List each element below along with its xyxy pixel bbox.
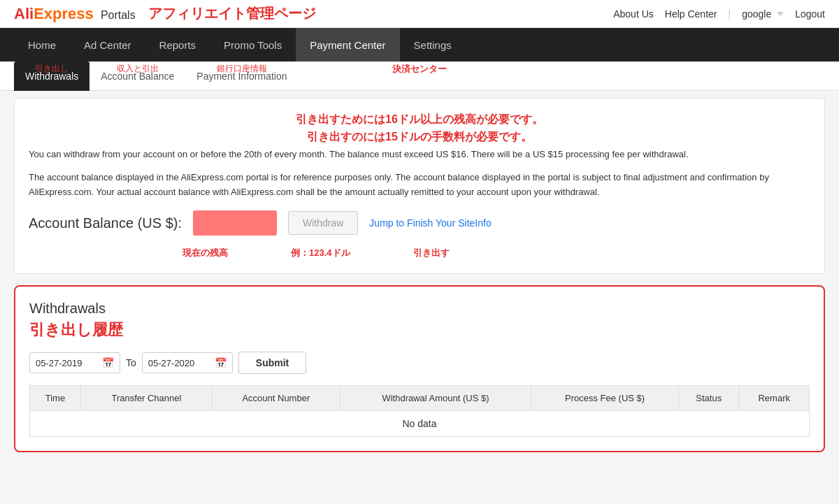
nav-separator: | xyxy=(728,8,731,20)
help-center-link[interactable]: Help Center xyxy=(665,8,717,20)
logo-area: AliExpress Portals アフィリエイト管理ページ xyxy=(14,4,316,23)
col-withdrawal-amount: Withdrawal Amount (US $) xyxy=(340,386,531,411)
tab-withdrawals-jp: 引き出し xyxy=(35,63,69,75)
nav-payment-center[interactable]: Payment Center xyxy=(296,28,399,62)
chevron-down-icon xyxy=(777,12,784,16)
balance-annotation-row: 現在の残高 例：123.4ドル 引き出す xyxy=(29,247,810,259)
nav-ad-center[interactable]: Ad Center xyxy=(70,28,145,62)
to-date-input[interactable]: 05-27-2020 📅 xyxy=(142,352,233,373)
to-label: To xyxy=(126,357,136,368)
col-remark: Remark xyxy=(739,386,810,411)
withdrawals-table: Time Transfer Channel Account Number Wit… xyxy=(29,385,810,437)
portals-text: Portals xyxy=(101,9,136,21)
top-header: AliExpress Portals アフィリエイト管理ページ About Us… xyxy=(0,0,839,28)
balance-label: Account Balance (US $): xyxy=(29,215,182,231)
logo-ali-express: AliExpress Portals xyxy=(14,5,136,23)
main-content: 引き出すためには16ドル以上の残高が必要です。 引き出すのには15ドルの手数料が… xyxy=(14,98,825,274)
jp-title: アフィリエイト管理ページ xyxy=(148,4,316,23)
about-us-link[interactable]: About Us xyxy=(613,8,654,20)
top-nav-right: About Us Help Center | google Logout xyxy=(613,8,825,20)
jump-link[interactable]: Jump to Finish Your SiteInfo xyxy=(369,217,491,229)
date-filter: 05-27-2019 📅 To 05-27-2020 📅 Submit xyxy=(29,352,810,374)
tab-payment-info-jp: 銀行口座情報 xyxy=(217,63,267,75)
col-status: Status xyxy=(678,386,739,411)
action-annotation: 引き出す xyxy=(413,247,450,259)
table-empty-row: No data xyxy=(30,411,810,437)
nav-home[interactable]: Home xyxy=(14,28,70,62)
tab-payment-information[interactable]: 銀行口座情報 Payment Information xyxy=(185,62,298,91)
info-text-1: You can withdraw from your account on or… xyxy=(29,147,810,162)
from-date-text: 05-27-2019 xyxy=(36,358,83,368)
google-label: google xyxy=(742,8,771,20)
nav-promo-tools[interactable]: Promo Tools xyxy=(210,28,296,62)
nav-settings[interactable]: Settings xyxy=(400,28,466,62)
sub-nav: 決済センター 引き出し Withdrawals 収入と引出 Account Ba… xyxy=(0,62,839,91)
from-calendar-icon[interactable]: 📅 xyxy=(102,357,114,368)
info-text-2: The account balance displayed in the Ali… xyxy=(29,171,810,200)
tab-account-balance[interactable]: 収入と引出 Account Balance xyxy=(89,62,185,91)
tab-withdrawals[interactable]: 引き出し Withdrawals xyxy=(14,62,89,91)
from-date-input[interactable]: 05-27-2019 📅 xyxy=(29,352,120,373)
col-process-fee: Process Fee (US $) xyxy=(531,386,679,411)
current-balance-annotation: 現在の残高 xyxy=(182,247,228,259)
col-transfer-channel: Transfer Channel xyxy=(80,386,212,411)
annotation-line2: 引き出すのには15ドルの手数料が必要です。 xyxy=(29,130,810,145)
to-calendar-icon[interactable]: 📅 xyxy=(215,357,227,368)
sub-nav-jp-label: 決済センター xyxy=(392,63,447,75)
no-data-cell: No data xyxy=(30,411,810,437)
withdrawals-title: Withdrawals xyxy=(29,301,810,317)
tab-account-balance-jp: 収入と引出 xyxy=(117,63,159,75)
withdraw-button[interactable]: Withdraw xyxy=(288,211,358,235)
nav-reports[interactable]: Reports xyxy=(145,28,210,62)
balance-row: Account Balance (US $): Withdraw Jump to… xyxy=(29,210,810,236)
withdrawals-section: Withdrawals 引き出し履歴 05-27-2019 📅 To 05-27… xyxy=(14,285,825,452)
col-account-number: Account Number xyxy=(212,386,340,411)
table-header-row: Time Transfer Channel Account Number Wit… xyxy=(30,386,810,411)
annotation-line1: 引き出すためには16ドル以上の残高が必要です。 xyxy=(29,113,810,127)
balance-input[interactable] xyxy=(193,210,277,236)
example-annotation: 例：123.4ドル xyxy=(291,247,350,259)
main-nav: Home Ad Center Reports Promo Tools Payme… xyxy=(0,28,839,62)
submit-button[interactable]: Submit xyxy=(238,352,306,374)
withdrawals-jp-title: 引き出し履歴 xyxy=(29,319,810,340)
google-dropdown[interactable]: google xyxy=(742,8,784,20)
col-time: Time xyxy=(30,386,81,411)
logout-link[interactable]: Logout xyxy=(795,8,825,20)
to-date-text: 05-27-2020 xyxy=(148,358,195,368)
aliexpress-text: AliExpress xyxy=(14,5,98,22)
